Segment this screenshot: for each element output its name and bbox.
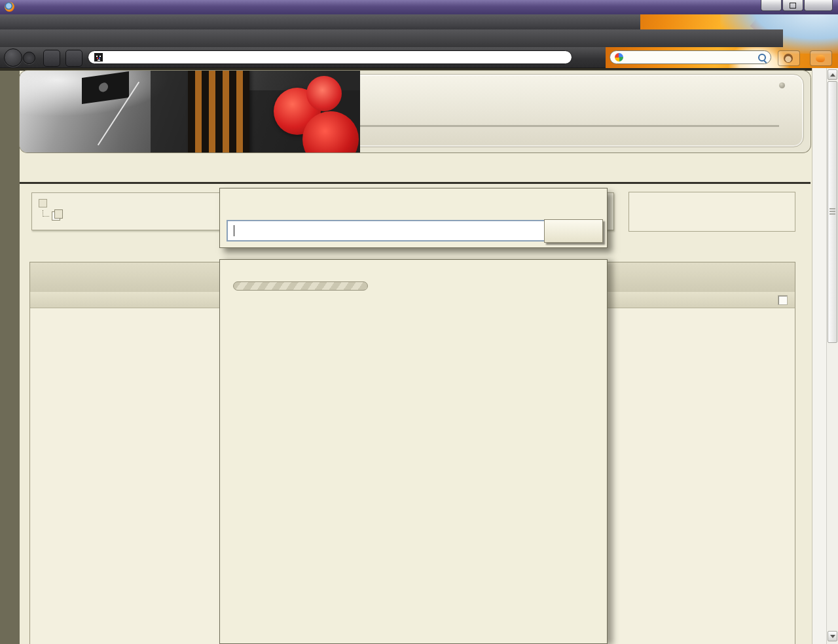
close-button[interactable] (804, 0, 833, 11)
addon-button[interactable] (810, 50, 832, 66)
back-button[interactable] (4, 48, 22, 67)
titlebar (0, 0, 838, 14)
menubar (0, 14, 838, 29)
nav-underline (20, 182, 811, 184)
carnation-flower (306, 76, 342, 111)
scroll-up-icon[interactable] (828, 69, 837, 80)
tree-branch-icon (43, 210, 49, 217)
text-caret (234, 225, 234, 236)
site-banner (20, 71, 811, 152)
firefox-window (0, 0, 838, 644)
go-button[interactable] (544, 219, 603, 243)
st-george-ribbon (188, 71, 249, 152)
restore-icon (790, 3, 796, 9)
rivet-icon (779, 82, 785, 88)
search-results-popup (219, 259, 608, 644)
page-scrollbar[interactable] (826, 68, 838, 644)
url-bar[interactable] (88, 50, 572, 64)
select-all-checkbox[interactable] (778, 295, 788, 305)
greasemonkey-button[interactable] (778, 50, 800, 66)
search-input[interactable] (227, 220, 546, 241)
page-viewport (0, 68, 838, 644)
popup-note (227, 281, 368, 291)
restore-button[interactable] (782, 0, 803, 11)
magnifier-icon[interactable] (758, 54, 766, 62)
window-controls (761, 0, 833, 11)
tabbar (0, 29, 838, 47)
home-button[interactable] (65, 50, 82, 67)
site-favicon-invader (94, 53, 103, 62)
pages-icon (52, 211, 60, 221)
scrollbar-thumb[interactable] (828, 81, 837, 343)
menubar-background (0, 14, 640, 29)
minimize-button[interactable] (761, 0, 782, 11)
monkey-icon (784, 54, 793, 63)
forum-icon (39, 199, 47, 207)
firefox-icon (5, 2, 14, 12)
google-icon (615, 53, 623, 62)
search-engine-box[interactable] (610, 50, 771, 64)
progress-bar (233, 281, 368, 291)
banner-plaque (339, 74, 804, 147)
search-dialog (219, 188, 608, 248)
forward-button[interactable] (23, 52, 35, 64)
tabbar-background (0, 29, 783, 47)
navigation-toolbar (0, 47, 838, 68)
page-right-gutter (812, 68, 826, 644)
fox-addon-icon (816, 55, 825, 62)
scroll-down-icon[interactable] (828, 631, 837, 641)
reload-button[interactable] (43, 50, 60, 67)
welcome-box (628, 192, 795, 232)
